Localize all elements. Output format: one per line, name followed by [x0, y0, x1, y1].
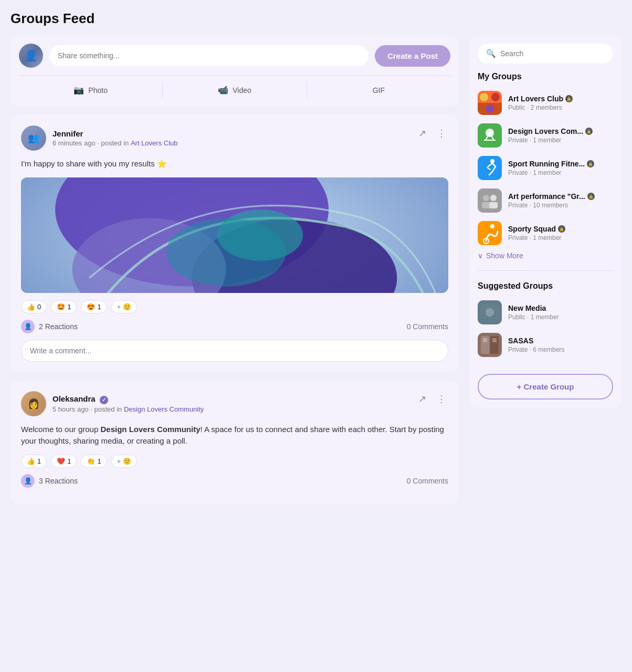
post-author-info: 👥 Jennifer 6 minutes ago · posted in Art… [21, 125, 178, 151]
reaction-thumbs-up[interactable]: 👍1 [21, 455, 47, 468]
gif-label: GIF [373, 86, 385, 94]
group-name: Design Lovers Com... 🔒 [508, 127, 613, 135]
post-header: 👩 Oleksandra ✓ 5 hours ago · posted in D… [21, 391, 448, 416]
svg-rect-17 [478, 188, 502, 213]
svg-point-9 [480, 93, 488, 101]
group-thumb [478, 91, 502, 115]
post-card: 👥 Jennifer 6 minutes ago · posted in Art… [10, 115, 459, 372]
svg-point-5 [166, 218, 286, 286]
share-input[interactable] [49, 45, 368, 66]
photo-option[interactable]: 📷 Photo [19, 82, 163, 98]
search-input[interactable] [500, 49, 605, 58]
group-name: Sport Running Fitne... 🔒 [508, 160, 613, 168]
sidebar-item-art-performance[interactable]: Art performance "Gr... 🔒 Private · 10 me… [478, 184, 613, 217]
group-info: Art performance "Gr... 🔒 Private · 10 me… [508, 192, 613, 209]
svg-point-28 [486, 308, 494, 317]
author-name: Jennifer [52, 129, 178, 138]
comments-count: 0 Comments [407, 322, 448, 331]
author-avatar: 👥 [21, 125, 46, 151]
lock-icon: 🔒 [565, 95, 573, 102]
add-reaction-button[interactable]: +🙂 [111, 455, 138, 468]
reaction-clap[interactable]: 👏1 [81, 455, 107, 468]
svg-point-23 [490, 224, 494, 228]
svg-rect-20 [482, 202, 490, 208]
video-icon: 📹 [218, 85, 228, 95]
post-group-link[interactable]: Art Lovers Club [131, 139, 178, 147]
post-stats: 👤 3 Reactions 0 Comments [21, 474, 448, 488]
create-post-button[interactable]: Create a Post [375, 45, 450, 67]
svg-point-19 [490, 195, 497, 201]
reaction-star-eyes[interactable]: 🤩1 [51, 300, 77, 313]
more-options-button[interactable]: ⋮ [435, 125, 448, 141]
more-options-button[interactable]: ⋮ [435, 391, 448, 407]
group-sub: Private · 6 members [508, 346, 613, 353]
reaction-heart[interactable]: ❤️1 [51, 455, 77, 468]
group-name: Sporty Squad 🔒 [508, 225, 613, 233]
svg-rect-22 [478, 221, 502, 245]
group-info: New Media Public · 1 member [508, 304, 613, 321]
sidebar-item-sport-running[interactable]: Sport Running Fitne... 🔒 Private · 1 mem… [478, 152, 613, 184]
main-feed: 👤 Create a Post 📷 Photo 📹 Video GIF [10, 35, 459, 505]
post-content: I'm happy to share with you my results ⭐ [21, 158, 448, 170]
reaction-thumbs-up[interactable]: 👍0 [21, 300, 47, 313]
post-header: 👥 Jennifer 6 minutes ago · posted in Art… [21, 125, 448, 151]
reaction-heart-eyes[interactable]: 😍1 [81, 300, 107, 313]
svg-point-10 [491, 93, 500, 101]
sidebar-item-art-lovers[interactable]: Art Lovers Club 🔒 Public · 2 members [478, 87, 613, 119]
video-option[interactable]: 📹 Video [163, 82, 307, 98]
reactions-row: 👍1 ❤️1 👏1 +🙂 [21, 455, 448, 468]
post-top-actions: ↗ ⋮ [416, 125, 448, 141]
comment-input[interactable] [21, 340, 448, 362]
camera-icon: 📷 [73, 85, 84, 95]
show-more-button[interactable]: ∨ Show More [478, 251, 613, 260]
posted-in-label: · posted in [97, 139, 131, 147]
sidebar-item-design-lovers[interactable]: Design Lovers Com... 🔒 Private · 1 membe… [478, 119, 613, 152]
group-thumb [478, 300, 502, 324]
reactions-total: 3 Reactions [39, 477, 78, 485]
post-image [21, 177, 448, 293]
post-author-info: 👩 Oleksandra ✓ 5 hours ago · posted in D… [21, 391, 204, 416]
group-name: SASAS [508, 337, 613, 345]
sidebar-item-sporty-squad[interactable]: Sporty Squad 🔒 Private · 1 member [478, 217, 613, 249]
group-name: New Media [508, 304, 613, 312]
create-group-button[interactable]: + Create Group [478, 374, 613, 400]
current-user-avatar: 👤 [19, 44, 43, 68]
add-reaction-button[interactable]: +🙂 [111, 300, 138, 313]
gif-option[interactable]: GIF [307, 82, 450, 98]
group-thumb [478, 188, 502, 213]
lock-icon: 🔒 [587, 160, 594, 167]
lock-icon: 🔒 [587, 193, 595, 200]
group-sub: Private · 1 member [508, 169, 613, 176]
sidebar-item-sasas[interactable]: SASAS Private · 6 members [478, 329, 613, 361]
group-sub: Public · 2 members [508, 104, 613, 111]
group-sub: Public · 1 member [508, 313, 613, 321]
share-button[interactable]: ↗ [416, 391, 428, 407]
video-label: Video [233, 86, 251, 94]
my-groups-section: My Groups Art Lovers Club 🔒 Public · 2 m… [478, 72, 613, 260]
divider [478, 270, 613, 271]
suggested-groups-title: Suggested Groups [478, 281, 613, 291]
group-sub: Private · 10 members [508, 202, 613, 209]
svg-rect-15 [478, 156, 502, 180]
content-pre: Welcome to our group [21, 425, 100, 434]
group-info: Sport Running Fitne... 🔒 Private · 1 mem… [508, 160, 613, 176]
lock-icon: 🔒 [585, 128, 593, 135]
chevron-down-icon: ∨ [478, 251, 483, 260]
group-sub: Private · 1 member [508, 136, 613, 144]
posted-in-label: · posted in [90, 405, 124, 413]
group-sub: Private · 1 member [508, 234, 613, 242]
suggested-groups-section: Suggested Groups New Media Public · 1 me… [478, 281, 613, 361]
reactor-avatar: 👤 [21, 320, 35, 333]
author-avatar: 👩 [21, 391, 46, 416]
svg-rect-21 [489, 202, 498, 208]
group-thumb [478, 221, 502, 245]
share-button[interactable]: ↗ [416, 125, 428, 141]
post-group-link[interactable]: Design Lovers Community [124, 405, 204, 413]
group-name: Art Lovers Club 🔒 [508, 94, 613, 103]
photo-label: Photo [88, 86, 108, 94]
svg-rect-32 [483, 338, 487, 342]
post-meta: 6 minutes ago · posted in Art Lovers Clu… [52, 139, 178, 147]
group-info: SASAS Private · 6 members [508, 337, 613, 353]
sidebar-item-new-media[interactable]: New Media Public · 1 member [478, 296, 613, 329]
author-name: Oleksandra ✓ [52, 394, 204, 404]
